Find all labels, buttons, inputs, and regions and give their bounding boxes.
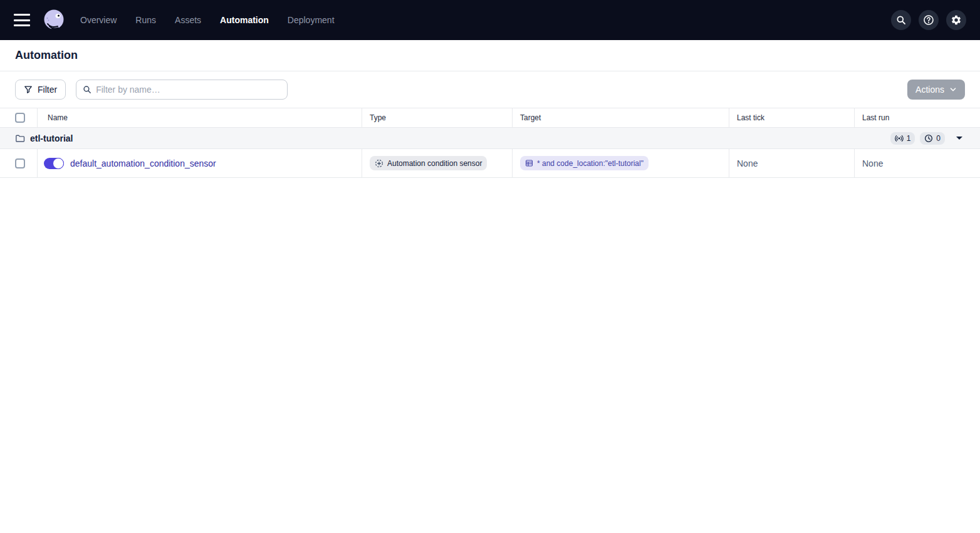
- collapse-group-button[interactable]: [954, 134, 965, 142]
- column-header-name: Name: [38, 108, 362, 127]
- group-name: etl-tutorial: [30, 133, 73, 143]
- top-navbar: Overview Runs Assets Automation Deployme…: [0, 0, 980, 40]
- dagster-logo[interactable]: [41, 8, 66, 33]
- sensor-icon: [895, 134, 904, 143]
- nav-link-assets[interactable]: Assets: [175, 15, 201, 25]
- column-header-target: Target: [513, 108, 729, 127]
- row-last-tick-cell: None: [729, 149, 855, 177]
- name-filter-input[interactable]: [96, 85, 281, 95]
- sensor-count: 1: [907, 134, 911, 143]
- navbar-actions: [891, 10, 966, 30]
- help-icon[interactable]: [919, 10, 939, 30]
- filter-button-label: Filter: [38, 85, 57, 95]
- type-badge: Automation condition sensor: [370, 156, 487, 170]
- type-badge-label: Automation condition sensor: [387, 159, 482, 168]
- header-checkbox-cell: [0, 108, 38, 127]
- row-target-cell: * and code_location:"etl-tutorial": [513, 149, 729, 177]
- toggle-knob: [53, 158, 64, 169]
- nav-link-runs[interactable]: Runs: [135, 15, 156, 25]
- group-counts: 1 0: [890, 132, 965, 145]
- sensor-count-badge: 1: [890, 132, 915, 145]
- dagster-octopus-icon: [41, 8, 66, 33]
- target-badge-label: * and code_location:"etl-tutorial": [537, 159, 644, 168]
- filter-button[interactable]: Filter: [15, 80, 66, 100]
- clock-icon: [924, 134, 933, 143]
- settings-icon[interactable]: [946, 10, 966, 30]
- row-last-run-cell: None: [855, 149, 980, 177]
- caret-down-icon: [956, 137, 962, 140]
- nav-link-overview[interactable]: Overview: [80, 15, 117, 25]
- asset-selection-icon: [525, 159, 533, 167]
- automations-table: Name Type Target Last tick Last run etl-…: [0, 108, 980, 178]
- funnel-icon: [24, 85, 33, 94]
- hamburger-menu-icon[interactable]: [14, 14, 30, 26]
- last-tick-value: None: [737, 158, 758, 168]
- search-icon[interactable]: [891, 10, 911, 30]
- primary-nav: Overview Runs Assets Automation Deployme…: [80, 15, 335, 25]
- actions-button-label: Actions: [915, 85, 944, 95]
- toolbar: Filter Actions: [0, 71, 980, 108]
- table-header-row: Name Type Target Last tick Last run: [0, 108, 980, 128]
- schedule-count-badge: 0: [920, 132, 945, 145]
- automation-name-link[interactable]: default_automation_condition_sensor: [70, 158, 216, 168]
- nav-link-deployment[interactable]: Deployment: [288, 15, 335, 25]
- name-filter-field[interactable]: [76, 80, 288, 100]
- automation-condition-icon: [375, 159, 383, 168]
- sensor-enabled-toggle[interactable]: [44, 158, 64, 169]
- automation-row: default_automation_condition_sensor Auto…: [0, 149, 980, 178]
- row-checkbox[interactable]: [15, 158, 25, 168]
- column-header-last-tick: Last tick: [729, 108, 855, 127]
- row-name-cell: default_automation_condition_sensor: [38, 149, 362, 177]
- actions-button[interactable]: Actions: [907, 80, 965, 100]
- select-all-checkbox[interactable]: [15, 113, 25, 123]
- code-location-group-row[interactable]: etl-tutorial 1 0: [0, 128, 980, 149]
- schedule-count: 0: [936, 134, 941, 143]
- folder-icon: [15, 133, 25, 143]
- page-header: Automation: [0, 40, 980, 71]
- row-checkbox-cell: [0, 149, 38, 177]
- search-icon: [83, 85, 91, 94]
- nav-link-automation[interactable]: Automation: [220, 15, 269, 25]
- column-header-last-run: Last run: [855, 108, 980, 127]
- target-badge[interactable]: * and code_location:"etl-tutorial": [520, 156, 649, 170]
- column-header-type: Type: [362, 108, 513, 127]
- page-title: Automation: [15, 49, 78, 62]
- last-run-value: None: [862, 158, 883, 168]
- chevron-down-icon: [949, 86, 957, 93]
- row-type-cell: Automation condition sensor: [362, 149, 513, 177]
